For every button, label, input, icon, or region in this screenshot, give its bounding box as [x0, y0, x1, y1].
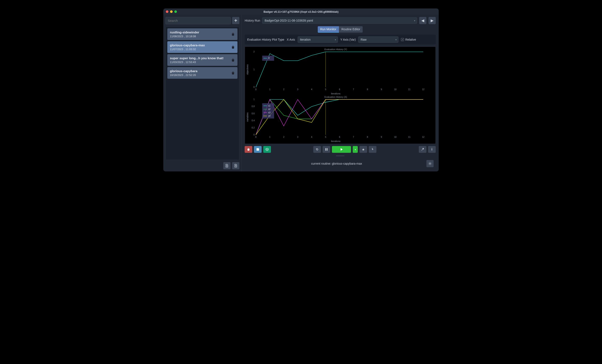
wrench-icon: [421, 148, 424, 151]
tools-button[interactable]: [419, 146, 426, 153]
xaxis-select[interactable]: Iteration ▾: [298, 36, 338, 43]
next-run-button[interactable]: ▶: [429, 17, 436, 24]
series-line: [256, 99, 423, 135]
chart[interactable]: Evaluation History (Y)012012345678910111…: [246, 48, 426, 95]
plot-area: Evaluation History (Y)012012345678910111…: [245, 47, 436, 144]
cube-icon: [265, 148, 269, 151]
window-controls: [166, 10, 177, 13]
import-button[interactable]: [223, 162, 230, 169]
relative-checkbox[interactable]: ✓ Relative: [401, 38, 416, 41]
routine-name: glorious-capybara-max: [170, 43, 205, 47]
resize-gripper[interactable]: [245, 155, 436, 156]
tab-bar: Run Monitor Routine Editor: [245, 26, 436, 32]
routine-item[interactable]: glorious-capybara-max 11/07/2023 , 11:03…: [167, 41, 237, 53]
trash-icon: [247, 148, 250, 151]
undo-icon: [315, 148, 319, 151]
jump-button[interactable]: [369, 146, 376, 153]
y-tick: 0: [253, 134, 255, 136]
routine-timestamp: 10/18/2023 , 22:52:20: [170, 74, 197, 77]
run-button[interactable]: [332, 146, 351, 153]
x-tick: 5: [325, 136, 326, 138]
tab-routine-editor[interactable]: Routine Editor: [339, 26, 363, 32]
routine-timestamp: 11/07/2023 , 11:03:32: [170, 48, 205, 51]
prev-run-button[interactable]: ◀: [419, 17, 426, 24]
x-tick: 12: [422, 88, 424, 91]
routine-name: super super long...h you know that!: [170, 56, 224, 60]
zoom-icon[interactable]: [174, 10, 177, 13]
delete-routine-button[interactable]: [231, 32, 235, 36]
x-tick: 11: [408, 136, 411, 138]
delete-routine-button[interactable]: [231, 45, 235, 49]
settings-button[interactable]: [426, 160, 434, 167]
yaxis-label: Y Axis (Var): [340, 38, 356, 41]
gear-icon: [428, 162, 432, 165]
routine-list: rustling-sidewinder 11/08/2023 , 10:18:0…: [165, 26, 239, 160]
x-tick: 1: [269, 88, 270, 91]
app-window: Badger v0.11+107.g7f15964 (Xopt v2.0a1+2…: [163, 9, 439, 171]
delete-routine-button[interactable]: [231, 58, 235, 62]
routine-item[interactable]: rustling-sidewinder 11/08/2023 , 10:18:0…: [167, 28, 237, 40]
history-run-label: History Run: [245, 19, 260, 22]
chart[interactable]: Evaluation History (X)00.20.40.60.810123…: [246, 95, 426, 143]
delete-run-button[interactable]: [245, 146, 252, 153]
run-dropdown-button[interactable]: ▾: [353, 146, 358, 153]
close-icon[interactable]: [166, 10, 168, 13]
xaxis-value: Iteration: [300, 38, 311, 41]
add-routine-button[interactable]: +: [232, 17, 239, 24]
pause-button[interactable]: [322, 146, 330, 153]
x-tick: 6: [339, 88, 340, 91]
y-tick: 0.6: [252, 112, 255, 115]
x-tick: 2: [283, 88, 284, 91]
x-tick: 2: [283, 136, 284, 138]
chart-title: Evaluation History (Y): [324, 48, 347, 51]
x-tick: 9: [381, 88, 382, 91]
window-title: Badger v0.11+107.g7f15964 (Xopt v2.0a1+2…: [163, 10, 439, 13]
titlebar: Badger v0.11+107.g7f15964 (Xopt v2.0a1+2…: [163, 9, 439, 15]
routine-item[interactable]: super super long...h you know that! 11/0…: [167, 54, 237, 66]
chevron-down-icon: ▾: [414, 20, 415, 22]
checkbox-box: ✓: [401, 38, 404, 41]
plot-controls: Evaluation History Plot Type X Axis Iter…: [245, 35, 436, 44]
routine-item[interactable]: glorious-capybara 10/18/2023 , 22:52:20: [167, 67, 237, 79]
current-routine-text: current routine: glorious-capybara-max: [247, 162, 426, 165]
package-button[interactable]: [263, 146, 271, 153]
y-tick: 0.4: [252, 119, 255, 122]
x-tick: 10: [394, 88, 397, 91]
x-tick: 7: [353, 88, 354, 91]
x-tick: 4: [311, 136, 312, 138]
search-input[interactable]: [165, 17, 231, 24]
routine-timestamp: 11/03/2023 , 12:53:43: [170, 61, 224, 64]
y-tick: 2: [253, 51, 255, 53]
save-run-button[interactable]: [254, 146, 262, 153]
tab-run-monitor[interactable]: Run Monitor: [318, 26, 339, 32]
series-line: [256, 52, 423, 87]
y-axis-label: variables: [246, 112, 249, 122]
x-axis-label: iterations: [331, 92, 341, 95]
relative-label: Relative: [405, 38, 416, 41]
trash-icon: [231, 58, 235, 62]
routine-timestamp: 11/08/2023 , 10:18:08: [170, 35, 199, 38]
minimize-icon[interactable]: [170, 10, 173, 13]
routine-name: glorious-capybara: [170, 69, 197, 73]
export-button[interactable]: [232, 162, 239, 169]
file-download-icon: [225, 164, 228, 167]
series-line: [256, 99, 423, 135]
legend-label: q4: [268, 115, 271, 117]
y-tick: 0.8: [252, 105, 255, 107]
info-button[interactable]: i: [428, 146, 436, 153]
favorite-button[interactable]: ★: [359, 146, 367, 153]
x-tick: 3: [297, 88, 299, 91]
history-run-select[interactable]: BadgerOpt-2023-11-08-103639.yaml ▾: [262, 17, 417, 24]
yaxis-select[interactable]: Raw ▾: [358, 36, 398, 43]
x-tick: 1: [269, 136, 270, 138]
toolbar: ▾ ★ i: [245, 146, 436, 153]
legend-label: q3: [268, 111, 271, 114]
reset-button[interactable]: [313, 146, 321, 153]
chevron-down-icon: ▾: [335, 39, 336, 41]
legend-label: l2: [268, 57, 270, 59]
x-tick: 11: [408, 88, 411, 91]
chevron-down-icon: ▾: [396, 39, 397, 41]
series-line: [256, 99, 423, 135]
x-tick: 3: [297, 136, 299, 138]
delete-routine-button[interactable]: [231, 71, 235, 75]
